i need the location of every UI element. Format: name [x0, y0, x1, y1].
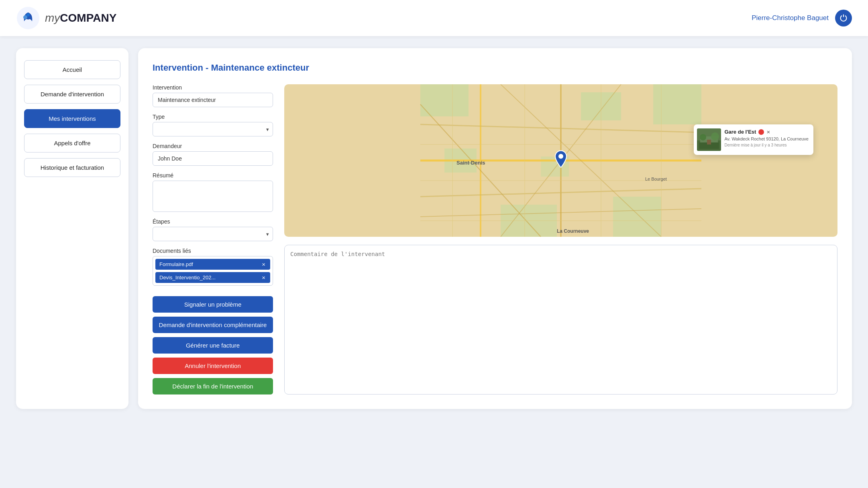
etapes-select-wrapper: ▾ — [153, 227, 273, 241]
map-popup-info: Gare de l'Est × Av. Wakdeck Rochet 93120… — [724, 128, 809, 148]
content-panel: Intervention - Maintenance extincteur In… — [138, 48, 852, 409]
doc-remove-devis[interactable]: × — [261, 274, 266, 281]
demandeur-label: Demandeur — [153, 143, 273, 149]
form-column: Intervention Type ▾ Demandeur — [153, 84, 273, 394]
map-popup-image — [697, 128, 721, 151]
sidebar-item-appels[interactable]: Appels d'offre — [24, 134, 120, 152]
comment-textarea[interactable] — [284, 245, 837, 394]
svg-text:Le Bourget: Le Bourget — [645, 177, 667, 181]
fin-button[interactable]: Déclarer la fin de l'intervention — [153, 378, 273, 394]
map-popup-dot — [758, 129, 764, 135]
documents-container: Formulaire.pdf × Devis_Interventio_202..… — [153, 256, 273, 286]
svg-rect-5 — [653, 84, 701, 124]
etapes-label: Étapes — [153, 218, 273, 225]
svg-rect-37 — [707, 140, 711, 144]
map-pin — [554, 150, 568, 171]
svg-point-2 — [26, 13, 30, 16]
documents-row: Documents liés Formulaire.pdf × Devis_In… — [153, 248, 273, 286]
map-container: Saint-Denis La Courneuve Le Bourget — [284, 84, 837, 237]
type-row: Type ▾ — [153, 114, 273, 136]
sidebar-item-accueil[interactable]: Accueil — [24, 60, 120, 79]
doc-name-formulaire: Formulaire.pdf — [159, 261, 193, 267]
intervention-row: Intervention — [153, 84, 273, 107]
logo-icon — [16, 6, 40, 30]
etapes-select[interactable] — [153, 227, 273, 241]
intervention-input[interactable] — [153, 93, 273, 107]
sidebar-item-mes-interventions[interactable]: Mes interventions — [24, 109, 120, 128]
annuler-button[interactable]: Annuler l'intervention — [153, 358, 273, 374]
demandeur-row: Demandeur — [153, 143, 273, 166]
svg-point-36 — [711, 132, 719, 140]
demandeur-input[interactable] — [153, 151, 273, 166]
type-select[interactable] — [153, 122, 273, 136]
facture-button[interactable]: Générer une facture — [153, 337, 273, 354]
sidebar: Accueil Demande d'intervention Mes inter… — [16, 48, 128, 409]
action-buttons: Signaler un problème Demande d'intervent… — [153, 296, 273, 394]
resume-row: Résumé — [153, 172, 273, 212]
content-columns: Intervention Type ▾ Demandeur — [153, 84, 837, 394]
svg-point-35 — [700, 134, 706, 140]
right-column: Saint-Denis La Courneuve Le Bourget — [284, 84, 837, 394]
sidebar-item-demande[interactable]: Demande d'intervention — [24, 85, 120, 104]
documents-label: Documents liés — [153, 248, 273, 254]
sidebar-item-historique[interactable]: Historique et facturation — [24, 158, 120, 177]
logo-area: myCOMPANY — [16, 6, 116, 30]
svg-point-30 — [558, 154, 563, 159]
power-button[interactable] — [835, 10, 852, 26]
header-right: Pierre-Christophe Baguet — [752, 10, 852, 26]
type-label: Type — [153, 114, 273, 120]
logo-text: myCOMPANY — [45, 12, 116, 24]
user-name: Pierre-Christophe Baguet — [752, 14, 829, 22]
map-popup-close-button[interactable]: × — [766, 129, 770, 135]
svg-rect-8 — [613, 197, 661, 237]
type-select-wrapper: ▾ — [153, 122, 273, 136]
doc-name-devis: Devis_Interventio_202... — [159, 274, 216, 281]
map-popup-address: Av. Wakdeck Rochet 93120, La Courneuve D… — [724, 136, 809, 148]
etapes-row: Étapes ▾ — [153, 218, 273, 241]
resume-label: Résumé — [153, 172, 273, 179]
main-layout: Accueil Demande d'intervention Mes inter… — [0, 36, 868, 421]
resume-textarea[interactable] — [153, 181, 273, 212]
signaler-button[interactable]: Signaler un problème — [153, 296, 273, 313]
svg-point-1 — [23, 15, 27, 19]
map-popup-title: Gare de l'Est — [724, 129, 756, 135]
svg-text:La Courneuve: La Courneuve — [557, 228, 589, 234]
doc-tag-formulaire: Formulaire.pdf × — [155, 259, 270, 270]
complementaire-button[interactable]: Demande d'intervention complémentaire — [153, 317, 273, 333]
panel-title: Intervention - Maintenance extincteur — [153, 63, 837, 73]
header: myCOMPANY Pierre-Christophe Baguet — [0, 0, 868, 36]
intervention-label: Intervention — [153, 84, 273, 91]
map-popup: Gare de l'Est × Av. Wakdeck Rochet 93120… — [694, 124, 813, 155]
doc-remove-formulaire[interactable]: × — [261, 261, 266, 267]
doc-tag-devis: Devis_Interventio_202... × — [155, 272, 270, 283]
svg-text:Saint-Denis: Saint-Denis — [456, 160, 485, 166]
